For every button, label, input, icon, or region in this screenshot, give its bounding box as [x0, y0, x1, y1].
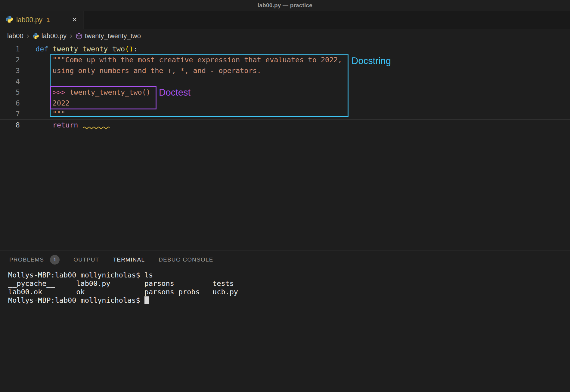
- terminal[interactable]: Mollys-MBP:lab00 mollynicholas$ ls__pyca…: [0, 269, 570, 392]
- code-line[interactable]: 1def twenty_twenty_two():: [0, 44, 570, 54]
- line-number: 7: [0, 109, 20, 119]
- window-title-bar: lab00.py — practice: [0, 0, 570, 11]
- panel-tab-debug-console[interactable]: DEBUG CONSOLE: [159, 250, 213, 269]
- terminal-line: Mollys-MBP:lab00 mollynicholas$ ls: [8, 271, 570, 279]
- code-text[interactable]: using only numbers and the +, *, and - o…: [20, 65, 261, 76]
- close-icon[interactable]: ✕: [71, 16, 79, 24]
- code-line[interactable]: 2 """Come up with the most creative expr…: [0, 54, 570, 65]
- code-line[interactable]: 7 """: [0, 109, 570, 119]
- panel-tab-terminal[interactable]: TERMINAL: [113, 250, 145, 269]
- panel-tab-output[interactable]: OUTPUT: [73, 250, 99, 269]
- code-area[interactable]: 1def twenty_twenty_two():2 """Come up wi…: [0, 43, 570, 250]
- tab-bar: lab00.py 1 ✕: [0, 11, 570, 29]
- breadcrumb-folder-label: lab00: [7, 32, 23, 40]
- code-text[interactable]: """Come up with the most creative expres…: [20, 54, 342, 65]
- indent-guide: [36, 54, 36, 130]
- code-line[interactable]: 4: [0, 76, 570, 87]
- window-title: lab00.py — practice: [258, 2, 312, 9]
- vscode-window: lab00.py — practice lab00.py 1 ✕ lab00 ›: [0, 0, 570, 392]
- code-line[interactable]: 6 2022: [0, 98, 570, 109]
- terminal-cursor: [144, 296, 149, 304]
- line-number: 3: [0, 65, 20, 76]
- problems-count-badge: 1: [50, 255, 60, 265]
- python-file-icon: [5, 15, 13, 24]
- line-number: 2: [0, 54, 20, 65]
- breadcrumb-item-folder[interactable]: lab00: [7, 32, 23, 40]
- line-number: 5: [0, 87, 20, 98]
- panel-tab-label: DEBUG CONSOLE: [159, 256, 213, 263]
- editor-group: lab00 › lab00.py ›: [0, 29, 570, 250]
- code-line[interactable]: 5 >>> twenty_twenty_two(): [0, 87, 570, 98]
- panel-tab-label: PROBLEMS: [9, 256, 44, 263]
- line-number: 4: [0, 76, 20, 87]
- panel-tab-problems[interactable]: PROBLEMS1: [9, 250, 60, 269]
- tab-label: lab00.py: [16, 16, 42, 24]
- bottom-panel: PROBLEMS1OUTPUTTERMINALDEBUG CONSOLE Mol…: [0, 250, 570, 392]
- terminal-line: lab00.ok ok parsons_probs ucb.py: [8, 288, 570, 296]
- terminal-line: __pycache__ lab00.py parsons tests: [8, 279, 570, 288]
- chevron-right-icon: ›: [27, 32, 29, 39]
- chevron-right-icon: ›: [70, 32, 72, 39]
- code-text[interactable]: """: [20, 109, 65, 119]
- line-number: 1: [0, 44, 20, 54]
- line-number: 6: [0, 98, 20, 109]
- line-number: 8: [0, 120, 20, 130]
- code-text[interactable]: def twenty_twenty_two():: [20, 44, 138, 54]
- tab-problems-badge: 1: [46, 16, 50, 23]
- python-file-icon: [33, 33, 39, 39]
- code-text[interactable]: [20, 76, 36, 87]
- breadcrumb-symbol-label: twenty_twenty_two: [85, 32, 141, 40]
- symbol-cube-icon: [76, 33, 82, 40]
- terminal-output: Mollys-MBP:lab00 mollynicholas$ ls__pyca…: [8, 271, 570, 305]
- code-line[interactable]: 3 using only numbers and the +, *, and -…: [0, 65, 570, 76]
- tab-lab00-py[interactable]: lab00.py 1 ✕: [0, 11, 84, 29]
- code-text[interactable]: >>> twenty_twenty_two(): [20, 87, 150, 98]
- warning-squiggle-icon: [83, 121, 110, 124]
- panel-tabs: PROBLEMS1OUTPUTTERMINALDEBUG CONSOLE: [0, 250, 570, 269]
- panel-tab-label: OUTPUT: [73, 256, 99, 263]
- breadcrumb-file-label: lab00.py: [42, 32, 67, 40]
- code-lines: 1def twenty_twenty_two():2 """Come up wi…: [0, 44, 570, 130]
- panel-tab-label: TERMINAL: [113, 256, 145, 263]
- terminal-line: Mollys-MBP:lab00 mollynicholas$: [8, 296, 570, 305]
- breadcrumb-item-symbol[interactable]: twenty_twenty_two: [76, 32, 141, 40]
- code-line[interactable]: 8 return: [0, 119, 570, 130]
- breadcrumb-item-file[interactable]: lab00.py: [33, 32, 67, 40]
- code-text[interactable]: 2022: [20, 98, 70, 109]
- breadcrumb: lab00 › lab00.py ›: [0, 29, 570, 43]
- code-text[interactable]: return: [20, 120, 110, 130]
